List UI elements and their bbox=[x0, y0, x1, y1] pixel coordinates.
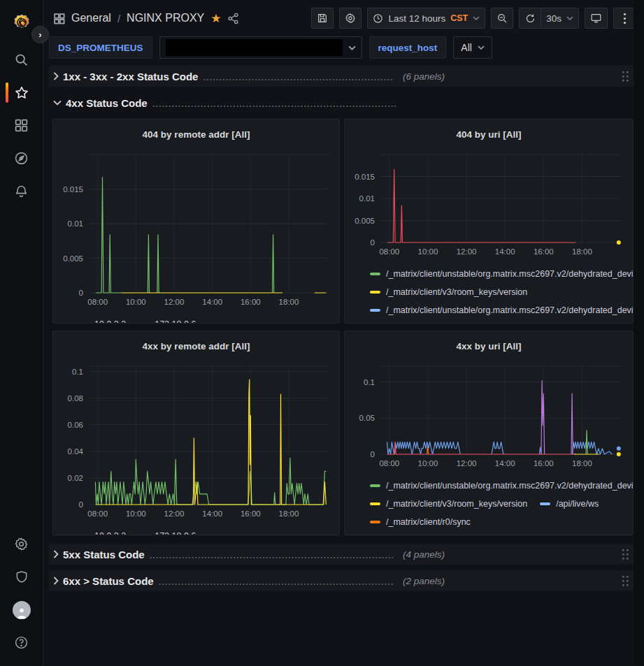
svg-text:0: 0 bbox=[79, 500, 83, 509]
legend-label: /_matrix/client/v3/room_keys/version bbox=[386, 287, 527, 297]
row-header-6xx[interactable]: 6xx > Status Code ......................… bbox=[49, 570, 634, 591]
row-title: 4xx Status Code bbox=[66, 97, 148, 109]
legend-item[interactable]: /_matrix/client/v3/room_keys/version bbox=[370, 283, 527, 301]
sidebar-item-server-admin[interactable] bbox=[0, 560, 43, 593]
sidebar-item-explore[interactable] bbox=[0, 142, 43, 175]
grafana-app: › General / NGINX PROXY ★ bbox=[0, 0, 644, 666]
panel-404-by-uri: 404 by uri [All] 00.0050.010.01508:0010:… bbox=[344, 119, 634, 324]
clock-icon bbox=[373, 13, 383, 24]
zoom-out-button[interactable] bbox=[491, 8, 513, 29]
panel-4xx-by-remote-addr: 4xx by remote addr [All] 00.020.040.060.… bbox=[52, 331, 340, 535]
svg-text:0.015: 0.015 bbox=[63, 185, 83, 194]
dashboard-title[interactable]: NGINX PROXY bbox=[127, 12, 204, 24]
legend-item[interactable]: 10.0.3.2 bbox=[78, 315, 126, 324]
compass-icon bbox=[14, 151, 29, 166]
svg-text:08:00: 08:00 bbox=[87, 509, 108, 518]
legend-item[interactable]: /_matrix/client/unstable/org.matrix.msc2… bbox=[370, 265, 634, 283]
legend-item[interactable]: /api/live/ws bbox=[540, 495, 599, 513]
monitor-icon bbox=[590, 13, 602, 24]
search-icon bbox=[14, 52, 29, 67]
row-drag-handle[interactable] bbox=[622, 549, 629, 560]
request-host-variable-label[interactable]: request_host bbox=[369, 36, 447, 59]
sidebar-item-configuration[interactable] bbox=[0, 528, 43, 560]
panel-legend: /_matrix/client/unstable/org.matrix.msc2… bbox=[350, 263, 627, 324]
chevron-down-icon bbox=[53, 100, 62, 106]
refresh-icon bbox=[525, 13, 536, 24]
grafana-logo-icon bbox=[13, 13, 31, 31]
legend-item[interactable]: /_matrix/client/r0/sync bbox=[370, 513, 471, 531]
row-header-5xx[interactable]: 5xx Status Code ........................… bbox=[49, 544, 634, 565]
row-header-1xx-3xx-2xx[interactable]: 1xx - 3xx - 2xx Status Code ............… bbox=[49, 66, 634, 87]
dashboard-canvas: 1xx - 3xx - 2xx Status Code ............… bbox=[43, 61, 644, 666]
row-dots-leader: ........................................… bbox=[150, 550, 393, 560]
favorite-star-icon[interactable]: ★ bbox=[210, 13, 221, 24]
panel-grid-row-1: 404 by remote addr [All] 00.0050.010.015… bbox=[49, 119, 634, 324]
shield-icon bbox=[15, 570, 29, 584]
legend-item[interactable]: /_matrix/client/v3/room_keys/version bbox=[370, 495, 527, 513]
sidebar-item-starred[interactable] bbox=[0, 76, 43, 109]
panel-title[interactable]: 4xx by remote addr [All] bbox=[59, 331, 334, 361]
breadcrumb-section[interactable]: General bbox=[71, 12, 111, 24]
time-series-chart[interactable]: 00.0050.010.01508:0010:0012:0014:0016:00… bbox=[59, 149, 334, 314]
row-drag-handle[interactable] bbox=[622, 576, 629, 586]
refresh-interval-picker[interactable]: 30s bbox=[541, 8, 579, 29]
legend-swatch bbox=[370, 309, 380, 312]
sidebar-item-profile[interactable] bbox=[0, 593, 43, 626]
help-icon bbox=[14, 635, 29, 650]
panel-title[interactable]: 404 by remote addr [All] bbox=[59, 120, 334, 149]
sidebar-item-help[interactable] bbox=[0, 626, 43, 659]
svg-text:08:00: 08:00 bbox=[87, 298, 108, 306]
refresh-interval-label: 30s bbox=[546, 13, 561, 24]
panel-title[interactable]: 4xx by uri [All] bbox=[350, 331, 627, 361]
svg-text:0.08: 0.08 bbox=[68, 394, 83, 403]
legend-item[interactable]: /_matrix/client/v3/room_keys/version bbox=[370, 319, 527, 324]
sidebar-item-search[interactable] bbox=[0, 43, 43, 76]
svg-text:0: 0 bbox=[79, 289, 83, 297]
legend-item[interactable]: /sw.js bbox=[540, 319, 578, 324]
more-options-button[interactable] bbox=[613, 8, 636, 29]
svg-text:18:00: 18:00 bbox=[279, 509, 299, 518]
datasource-variable-label[interactable]: DS_PROMETHEUS bbox=[49, 36, 152, 59]
legend-swatch bbox=[370, 484, 380, 487]
legend-item[interactable]: 172.18.0.6 bbox=[138, 315, 196, 324]
request-host-select[interactable]: All bbox=[453, 36, 492, 59]
svg-text:16:00: 16:00 bbox=[534, 247, 554, 256]
svg-text:0.02: 0.02 bbox=[68, 474, 83, 482]
zoom-out-icon bbox=[496, 13, 508, 24]
save-icon bbox=[317, 13, 328, 24]
sidebar-item-alerting[interactable] bbox=[0, 175, 43, 208]
legend-item[interactable]: /_matrix/client/unstable/org.matrix.msc2… bbox=[370, 301, 634, 319]
legend-item[interactable]: /_matrix/client/unstable/org.matrix.msc2… bbox=[370, 477, 634, 495]
legend-item[interactable]: 10.0.3.2 bbox=[78, 527, 126, 535]
row-header-4xx[interactable]: 4xx Status Code ........................… bbox=[49, 92, 634, 113]
sidebar-item-dashboards[interactable] bbox=[0, 109, 43, 142]
star-icon bbox=[14, 85, 29, 101]
row-drag-handle[interactable] bbox=[622, 71, 629, 82]
save-dashboard-button[interactable] bbox=[311, 8, 334, 29]
refresh-button[interactable] bbox=[519, 8, 541, 29]
panel-title[interactable]: 404 by uri [All] bbox=[350, 120, 627, 149]
time-series-chart[interactable]: 00.020.040.060.080.108:0010:0012:0014:00… bbox=[59, 361, 334, 526]
cycle-view-mode-button[interactable] bbox=[585, 8, 608, 29]
person-icon bbox=[15, 605, 29, 619]
share-icon[interactable] bbox=[227, 13, 239, 24]
breadcrumb-separator: / bbox=[117, 13, 120, 24]
legend-label: /_matrix/client/unstable/org.matrix.msc2… bbox=[386, 481, 634, 491]
svg-text:0.005: 0.005 bbox=[63, 254, 83, 263]
time-series-chart[interactable]: 00.0050.010.01508:0010:0012:0014:0016:00… bbox=[350, 149, 627, 263]
svg-text:12:00: 12:00 bbox=[164, 509, 185, 518]
svg-text:08:00: 08:00 bbox=[379, 247, 399, 256]
legend-label: /_matrix/client/r0/sync bbox=[386, 517, 471, 527]
legend-item[interactable]: /_matrix/client/unstable/org.matrix.msc2… bbox=[370, 531, 634, 535]
svg-text:16:00: 16:00 bbox=[241, 509, 261, 518]
time-series-chart[interactable]: 00.050.108:0010:0012:0014:0016:0018:00 bbox=[350, 361, 627, 475]
panel-grid-row-2: 4xx by remote addr [All] 00.020.040.060.… bbox=[49, 331, 634, 535]
legend-item[interactable]: 172.18.0.6 bbox=[138, 527, 196, 535]
sidebar-expand-button[interactable]: › bbox=[31, 26, 49, 43]
datasource-select[interactable] bbox=[159, 36, 362, 59]
time-range-picker[interactable]: Last 12 hours CST bbox=[367, 8, 485, 29]
legend-swatch bbox=[138, 323, 149, 324]
dashboard-settings-button[interactable] bbox=[339, 8, 362, 29]
main-area: General / NGINX PROXY ★ bbox=[43, 0, 644, 666]
svg-text:0.06: 0.06 bbox=[68, 421, 83, 429]
